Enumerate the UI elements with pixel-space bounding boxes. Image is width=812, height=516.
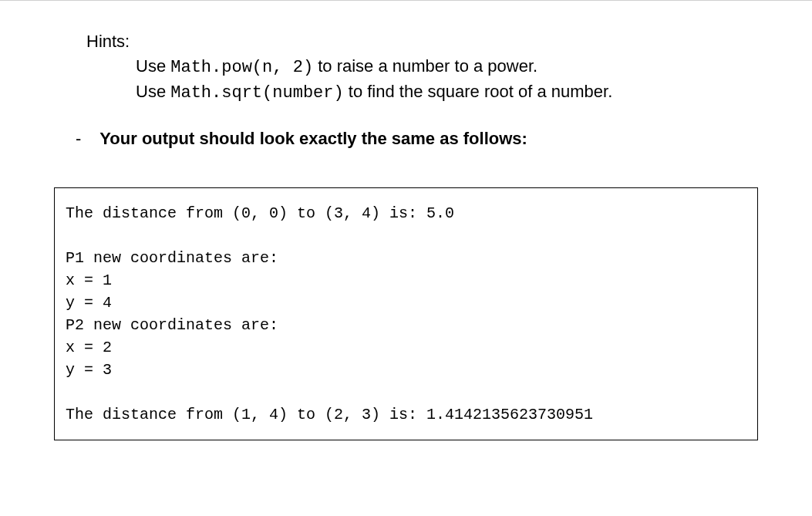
hint2-code: Math.sqrt(number) (170, 83, 343, 103)
hints-section: Hints: Use Math.pow(n, 2) to raise a num… (86, 32, 781, 106)
hint-line-2: Use Math.sqrt(number) to find the square… (136, 80, 781, 106)
output-instruction: - Your output should look exactly the sa… (76, 129, 781, 149)
hints-title: Hints: (86, 32, 781, 52)
hint1-prefix: Use (136, 56, 170, 76)
output-box: The distance from (0, 0) to (3, 4) is: 5… (54, 187, 758, 440)
hint-line-1: Use Math.pow(n, 2) to raise a number to … (136, 55, 781, 80)
top-separator (0, 0, 812, 1)
output-line-3: x = 1 (66, 271, 112, 289)
output-line-4: y = 4 (66, 294, 112, 312)
bullet-text: Your output should look exactly the same… (99, 129, 527, 149)
document-content: Hints: Use Math.pow(n, 2) to raise a num… (0, 32, 812, 440)
output-line-8: The distance from (1, 4) to (2, 3) is: 1… (66, 406, 593, 423)
bullet-dash: - (76, 129, 81, 149)
output-line-1: The distance from (0, 0) to (3, 4) is: 5… (66, 204, 454, 222)
output-line-7: y = 3 (66, 361, 112, 379)
output-line-6: x = 2 (66, 339, 112, 356)
hint1-suffix: to raise a number to a power. (313, 56, 537, 76)
hint1-code: Math.pow(n, 2) (170, 58, 313, 77)
output-line-5: P2 new coordinates are: (66, 316, 278, 334)
hint2-prefix: Use (136, 82, 170, 101)
hint2-suffix: to find the square root of a number. (344, 82, 613, 101)
output-line-2: P1 new coordinates are: (66, 249, 278, 267)
